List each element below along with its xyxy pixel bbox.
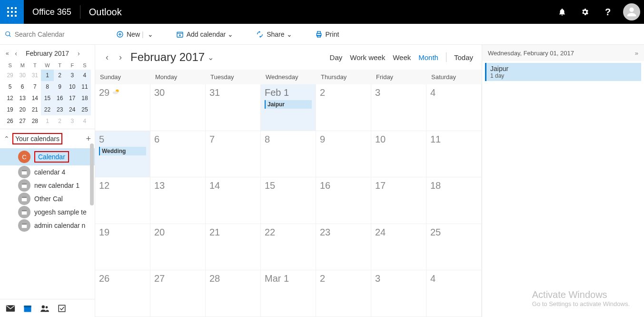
mini-day-cell[interactable]: 1 [41,115,53,127]
calendar-cell[interactable]: 22 [261,224,316,271]
mini-day-cell[interactable]: 15 [41,92,53,104]
share-button[interactable]: Share ⌄ [249,31,298,38]
calendar-cell[interactable]: 19 [95,224,150,271]
calendar-cell[interactable]: 30 [150,84,206,131]
calendar-cell[interactable]: 29 [95,84,150,131]
mini-day-cell[interactable]: 31 [29,70,41,81]
calendar-cell[interactable]: 8 [261,131,316,178]
mini-day-cell[interactable]: 28 [29,115,41,127]
calendar-event[interactable]: Wedding [99,147,146,155]
mini-day-cell[interactable]: 30 [16,70,29,81]
mini-day-cell[interactable]: 21 [29,104,41,115]
mail-nav-button[interactable] [3,301,18,316]
calendar-cell[interactable]: 23 [316,224,371,271]
brand-label[interactable]: Office 365 [24,7,80,17]
calendar-group-header[interactable]: ⌃ Your calendars + [0,129,95,148]
calendar-cell[interactable]: 16 [316,177,371,224]
calendar-cell[interactable]: Mar 1 [261,270,316,317]
calendar-cell[interactable]: 4 [426,270,482,317]
mini-day-cell[interactable]: 26 [4,115,16,127]
next-month-button[interactable]: › [117,52,124,62]
calendar-cell[interactable]: 12 [95,177,150,224]
today-button[interactable]: Today [454,53,473,61]
app-name-label[interactable]: Outlook [80,7,130,18]
calendar-cell[interactable]: 17 [371,177,426,224]
mini-day-cell[interactable]: 22 [41,104,53,115]
calendar-cell[interactable]: 11 [426,131,482,178]
mini-day-cell[interactable]: 10 [66,81,79,92]
view-day[interactable]: Day [330,53,343,61]
print-button[interactable]: Print [308,31,346,38]
month-title[interactable]: February 2017 ⌄ [130,51,214,64]
calendar-cell[interactable]: 3 [371,270,426,317]
mini-day-cell[interactable]: 3 [66,115,79,127]
notifications-button[interactable] [551,0,574,24]
mini-prev-button[interactable]: ‹ [15,50,17,57]
mini-day-cell[interactable]: 17 [66,92,79,104]
scrollbar-thumb[interactable] [90,143,94,205]
mini-day-cell[interactable]: 2 [54,70,66,81]
calendar-cell[interactable]: Feb 1Jaipur [261,84,316,131]
calendar-cell[interactable]: 24 [371,224,426,271]
view-week[interactable]: Week [393,53,411,61]
mini-day-cell[interactable]: 14 [29,92,41,104]
mini-day-cell[interactable]: 5 [4,81,16,92]
app-launcher-button[interactable] [0,0,24,24]
mini-day-cell[interactable]: 3 [66,70,79,81]
new-button[interactable]: New | ⌄ [109,31,160,38]
calendar-cell[interactable]: 3 [371,84,426,131]
mini-day-cell[interactable]: 8 [41,81,53,92]
mini-day-cell[interactable]: 11 [79,81,91,92]
calendar-cell[interactable]: 6 [150,131,206,178]
calendar-list-item[interactable]: yogesh sample te [0,205,95,219]
agenda-item[interactable]: Jaipur1 day [485,63,641,81]
view-work-week[interactable]: Work week [350,53,385,61]
calendar-list-item[interactable]: calendar 4 [0,165,95,179]
tasks-nav-button[interactable] [54,301,69,316]
mini-day-cell[interactable]: 24 [66,104,79,115]
add-calendar-group-button[interactable]: + [86,134,91,144]
mini-day-cell[interactable]: 1 [41,70,53,81]
settings-button[interactable] [574,0,596,24]
mini-day-cell[interactable]: 20 [16,104,29,115]
calendar-cell[interactable]: 31 [206,84,261,131]
calendar-cell[interactable]: 10 [371,131,426,178]
calendar-cell[interactable]: 14 [206,177,261,224]
mini-day-cell[interactable]: 9 [54,81,66,92]
search-input[interactable] [12,31,90,38]
calendar-cell[interactable]: 13 [150,177,206,224]
mini-day-cell[interactable]: 12 [4,92,16,104]
calendar-cell[interactable]: 9 [316,131,371,178]
calendar-list-item[interactable]: admin calendar n [0,219,95,232]
mini-day-cell[interactable]: 29 [4,70,16,81]
mini-next-button[interactable]: › [78,50,80,57]
calendar-nav-button[interactable] [20,301,35,316]
calendar-cell[interactable]: 27 [150,270,206,317]
calendar-cell[interactable]: 5Wedding [95,131,150,178]
calendar-cell[interactable]: 25 [426,224,482,271]
people-nav-button[interactable] [37,301,52,316]
calendar-cell[interactable]: 21 [206,224,261,271]
mini-day-cell[interactable]: 6 [16,81,29,92]
mini-day-cell[interactable]: 7 [29,81,41,92]
calendar-cell[interactable]: 7 [206,131,261,178]
mini-day-cell[interactable]: 18 [79,92,91,104]
calendar-cell[interactable]: 20 [150,224,206,271]
help-button[interactable]: ? [596,0,619,24]
mini-day-cell[interactable]: 19 [4,104,16,115]
mini-day-cell[interactable]: 25 [79,104,91,115]
collapse-agenda-button[interactable]: » [635,50,638,57]
calendar-cell[interactable]: 26 [95,270,150,317]
mini-day-cell[interactable]: 4 [79,70,91,81]
mini-day-cell[interactable]: 4 [79,115,91,127]
calendar-event[interactable]: Jaipur [265,100,312,109]
mini-day-cell[interactable]: 23 [54,104,66,115]
collapse-sidebar-button[interactable]: « [6,50,9,57]
calendar-cell[interactable]: 2 [316,270,371,317]
calendar-cell[interactable]: 28 [206,270,261,317]
mini-day-cell[interactable]: 2 [54,115,66,127]
mini-title[interactable]: February 2017 [26,50,69,57]
calendar-cell[interactable]: 15 [261,177,316,224]
prev-month-button[interactable]: ‹ [104,52,110,62]
mini-day-cell[interactable]: 16 [54,92,66,104]
